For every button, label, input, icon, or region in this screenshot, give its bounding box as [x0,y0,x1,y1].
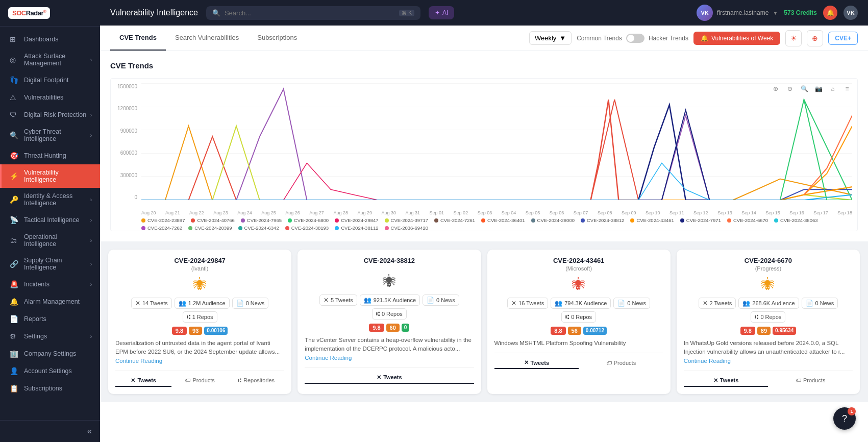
chat-badge: 1 [848,407,856,415]
tab-cve-trends[interactable]: CVE Trends [110,26,166,51]
legend-item: CVE-2024-7965 [241,217,282,223]
search-input[interactable] [225,9,395,17]
chat-button[interactable]: ? 1 [833,407,856,430]
sidebar-item-digital-risk[interactable]: 🛡 Digital Risk Protection › [0,106,100,124]
sidebar-item-tactical-intel[interactable]: 📡 Tactical Intelligence › [0,211,100,229]
nav-label-operational-intel: Operational Intelligence [24,233,90,248]
legend-dot [630,218,634,223]
plus-circle-icon-button[interactable]: ⊕ [807,30,823,46]
tweets-badge: ✕ 5 Tweets [319,294,357,306]
nav-icon-digital-footprint: 👣 [10,76,19,84]
ai-icon: ✦ [435,9,440,16]
legend-item: CVE-2024-28000 [531,217,575,223]
x-icon: ✕ [511,300,516,307]
notification-button[interactable]: 🔔 [823,6,837,20]
legend-item: CVE-2024-6800 [288,217,329,223]
chevron-icon-supply-chain: › [90,261,92,267]
user-avatar-area[interactable]: VK firstname.lastname ▼ [697,5,778,21]
card-tab-tweets[interactable]: ✕ Tweets [684,375,768,387]
avatar: VK [697,5,713,21]
sidebar-item-threat-hunting[interactable]: 🎯 Threat Hunting [0,147,100,164]
cve-card: CVE-2024-38812 🕷 ✕ 5 Tweets 👥 921.5K Aud… [297,250,481,394]
card-tab-tweets[interactable]: ✕ Tweets [305,372,474,384]
continue-reading-link[interactable]: Continue Reading [305,355,352,361]
ai-button[interactable]: ✦ AI [429,6,454,19]
cve-plus-button[interactable]: CVE+ [828,32,858,45]
card-tab-repositories[interactable]: ⑆ Repositories [228,375,284,387]
cve-description: The vCenter Server contains a heap-overf… [305,336,474,362]
user-initials[interactable]: VK [844,6,858,20]
sidebar-item-incidents[interactable]: 🚨 Incidents › [0,276,100,293]
nav-label-account-settings: Account Settings [24,367,92,375]
audience-count: 1.2M Audience [188,300,226,306]
chevron-icon-digital-risk: › [90,112,92,118]
legend-dot [241,218,245,223]
content-area: CVE Trends Search Vulnerabilities Subscr… [100,26,868,442]
sidebar-item-cyber-threat[interactable]: 🔍 Cyber Threat Intelligence › [0,124,100,147]
sidebar-item-alarm-mgmt[interactable]: 🔔 Alarm Management [0,293,100,310]
legend-label: CVE-2024-7971 [686,217,721,223]
sidebar-item-subscriptions[interactable]: 📋 Subscriptions [0,380,100,397]
common-trends-label: Common Trends [577,35,622,42]
repos-badge: ⑆ 0 Repos [561,311,596,323]
card-tab-tweets[interactable]: ✕ Tweets [494,357,579,369]
sidebar-item-attack-surface[interactable]: ◎ Attack Surface Management › [0,48,100,71]
repos-badge: ⑆ 0 Repos [751,311,785,323]
legend-item: CVE-2024-43461 [630,217,674,223]
nav-label-supply-chain: Supply Chain Intelligence [24,257,90,271]
chevron-icon-settings: › [90,334,92,339]
sidebar-item-reports[interactable]: 📄 Reports [0,310,100,328]
sidebar-item-company-settings[interactable]: 🏢 Company Settings [0,345,100,362]
nav-icon-digital-risk: 🛡 [10,111,19,119]
cve-description: Windows MSHTML Platform Spoofing Vulnera… [494,339,663,348]
search-bar[interactable]: 🔍 ⌘ K [206,6,420,20]
card-tab-products[interactable]: 🏷 Products [768,375,853,387]
news-count: 0 News [246,300,265,306]
tab-subscriptions[interactable]: Subscriptions [248,26,306,51]
card-tab-label: Products [192,377,214,383]
card-tabs: ✕ Tweets 🏷 Products [494,353,663,369]
legend-item: CVE-2024-29847 [335,217,378,223]
cve-card-stats: ✕ 2 Tweets 👥 268.6K Audience 📄 0 News ⑆ … [684,298,853,323]
legend-label: CVE-2036-69420 [391,225,428,231]
nav-icon-settings: ⚙ [10,332,19,340]
nav-label-dashboards: Dashboards [24,36,92,43]
continue-reading-link[interactable]: Continue Reading [115,358,162,364]
sidebar-item-vulnerabilities[interactable]: ⚠ Vulnerabilities [0,89,100,106]
cve-card-icon: 🕷 [684,277,853,292]
score1-badge: 9.8 [740,327,755,335]
sidebar-item-identity-access[interactable]: 🔑 Identity & Access Intelligence › [0,188,100,211]
cve-card-id: CVE-2024-29847 [115,257,284,264]
card-tabs: ✕ Tweets 🏷 Products [684,371,853,387]
collapse-button[interactable]: « [87,427,92,436]
sidebar-item-digital-footprint[interactable]: 👣 Digital Footprint [0,71,100,89]
card-tab-products[interactable]: 🏷 Products [579,357,663,369]
tab-search-vuln[interactable]: Search Vulnerabilities [166,26,248,51]
cve-card: CVE-2024-6670 (Progress) 🕷 ✕ 2 Tweets 👥 … [677,250,860,394]
card-tab-products[interactable]: 🏷 Products [171,375,228,387]
sidebar-item-settings[interactable]: ⚙ Settings › [0,328,100,345]
topbar: Vulnerability Intelligence 🔍 ⌘ K ✦ AI VK… [100,0,868,26]
tweets-count: 2 Tweets [710,300,732,306]
card-tab-label: Repositories [243,377,275,383]
legend-label: CVE-2024-23897 [147,217,185,223]
card-tab-tweets[interactable]: ✕ Tweets [115,375,171,387]
legend-label: CVE-2024-39717 [391,217,428,223]
common-trends-toggle[interactable]: Common Trends Hacker Trends [577,34,688,43]
cve-vendor: (Progress) [684,265,853,272]
continue-reading-link[interactable]: Continue Reading [684,358,731,364]
sidebar-item-account-settings[interactable]: 👤 Account Settings [0,362,100,380]
sidebar-item-operational-intel[interactable]: 🗂 Operational Intelligence › [0,229,100,252]
legend-label: CVE-2024-6670 [733,217,768,223]
weekly-select[interactable]: Weekly ▼ [529,31,572,45]
cve-card-id: CVE-2024-43461 [494,257,663,264]
sidebar-item-vuln-intel[interactable]: ⚡ Vulnerability Intelligence [0,164,100,188]
vuln-week-button[interactable]: 🔔 Vulnerabilities of Week [693,32,780,45]
sidebar-item-dashboards[interactable]: ⊞ Dashboards [0,31,100,48]
nav-label-incidents: Incidents [24,281,90,288]
chart-legend: CVE-2024-23897 CVE-2024-40766 CVE-2024-7… [141,217,852,231]
sidebar-item-supply-chain[interactable]: 🔗 Supply Chain Intelligence › [0,252,100,276]
toggle-switch[interactable] [626,34,644,43]
sun-icon-button[interactable]: ☀ [785,30,802,46]
sidebar-collapse[interactable]: « [0,423,100,440]
